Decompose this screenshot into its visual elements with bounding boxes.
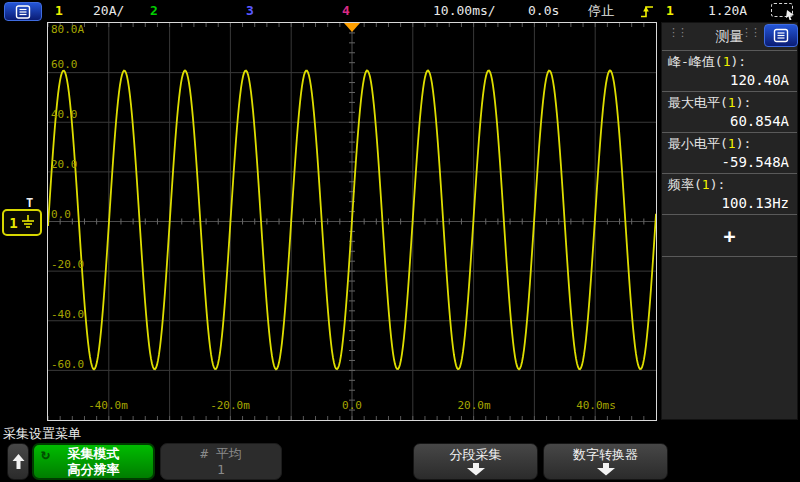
measurement-value: 100.13Hz: [668, 195, 791, 211]
list-menu-icon: [773, 28, 789, 43]
average-count-softkey: # 平均 1: [160, 443, 282, 480]
segmented-acquire-softkey[interactable]: 分段采集: [413, 443, 538, 480]
y-axis-label: -40.0: [51, 309, 84, 321]
softkey-menu-bar: 采集设置菜单 ↻ 采集模式 高分辨率 # 平均 1 分段采集 数字转换器: [0, 422, 800, 482]
y-axis-label: 40.0: [51, 109, 78, 121]
down-arrow-icon: [595, 463, 617, 476]
measurement-item-maximum[interactable]: 最大电平(1): 60.854A: [662, 92, 797, 133]
add-measurement-button[interactable]: +: [662, 215, 797, 257]
measurement-value: 60.854A: [668, 113, 791, 129]
x-axis-label: -40.0m: [88, 400, 128, 412]
channel-4-badge[interactable]: 4: [342, 3, 350, 19]
trigger-position-marker[interactable]: [344, 23, 360, 32]
x-axis-label: 0.0: [342, 400, 362, 412]
x-axis-label: 20.0m: [457, 400, 490, 412]
oscilloscope-screen: 1 20A/ 2 3 4 10.00ms/ 0.0s 停止 1 1.20A 80…: [0, 0, 800, 482]
delay-readout[interactable]: 0.0s: [528, 3, 559, 19]
waveform-display-area[interactable]: [47, 22, 657, 421]
channel-1-ground-marker[interactable]: 1: [2, 209, 42, 236]
up-arrow-icon: [12, 453, 25, 470]
menu-back-button[interactable]: [7, 443, 29, 480]
x-axis-label: -20.0m: [210, 400, 250, 412]
list-menu-icon: [15, 5, 31, 19]
drag-handle-icon[interactable]: ⋮⋮: [668, 28, 686, 37]
down-arrow-icon: [465, 463, 487, 476]
digitizer-softkey[interactable]: 数字转换器: [543, 443, 668, 480]
measurement-item-peak-to-peak[interactable]: 峰-峰值(1): 120.40A: [662, 51, 797, 92]
x-axis-label: 40.0ms: [576, 400, 616, 412]
channel-3-badge[interactable]: 3: [246, 3, 254, 19]
y-axis-label: -20.0: [51, 259, 84, 271]
trigger-level-marker[interactable]: T: [26, 196, 33, 210]
measurement-value: -59.548A: [668, 154, 791, 170]
measurements-panel-title: 测量: [716, 28, 744, 46]
graticule-and-waveform: [48, 23, 656, 420]
trigger-slope-icon: [640, 4, 655, 19]
run-state-label: 停止: [588, 3, 614, 19]
y-axis-label: 80.0A: [51, 24, 84, 36]
measurement-item-minimum[interactable]: 最小电平(1): -59.548A: [662, 133, 797, 174]
top-status-bar: 1 20A/ 2 3 4 10.00ms/ 0.0s 停止 1 1.20A: [0, 0, 800, 22]
channel-1-scale[interactable]: 20A/: [93, 3, 124, 19]
ground-symbol-icon: [21, 215, 35, 230]
channel-1-badge[interactable]: 1: [55, 3, 63, 19]
y-axis-label: -60.0: [51, 359, 84, 371]
measurement-value: 120.40A: [668, 72, 791, 88]
panel-menu-button[interactable]: [764, 24, 798, 47]
measurement-item-frequency[interactable]: 频率(1): 100.13Hz: [662, 174, 797, 215]
channel-2-badge[interactable]: 2: [150, 3, 158, 19]
main-menu-button[interactable]: [4, 2, 42, 21]
cycle-icon: ↻: [41, 446, 50, 462]
y-axis-label: 0.0: [51, 209, 71, 221]
trigger-source-badge[interactable]: 1: [666, 3, 674, 19]
drag-handle-icon[interactable]: ⋮⋮: [741, 28, 759, 37]
timebase-readout[interactable]: 10.00ms/: [433, 3, 496, 19]
y-axis-label: 60.0: [51, 59, 78, 71]
rect-select-tool-icon[interactable]: [771, 3, 793, 17]
acquire-mode-softkey[interactable]: ↻ 采集模式 高分辨率: [32, 443, 155, 480]
softkey-menu-title: 采集设置菜单: [3, 425, 81, 443]
measurements-panel: ⋮⋮ 测量 ⋮⋮ 峰-峰值(1): 120.40A 最大电平(1): 60.85…: [661, 22, 798, 420]
trigger-level-readout[interactable]: 1.20A: [708, 3, 747, 19]
y-axis-label: 20.0: [51, 159, 78, 171]
